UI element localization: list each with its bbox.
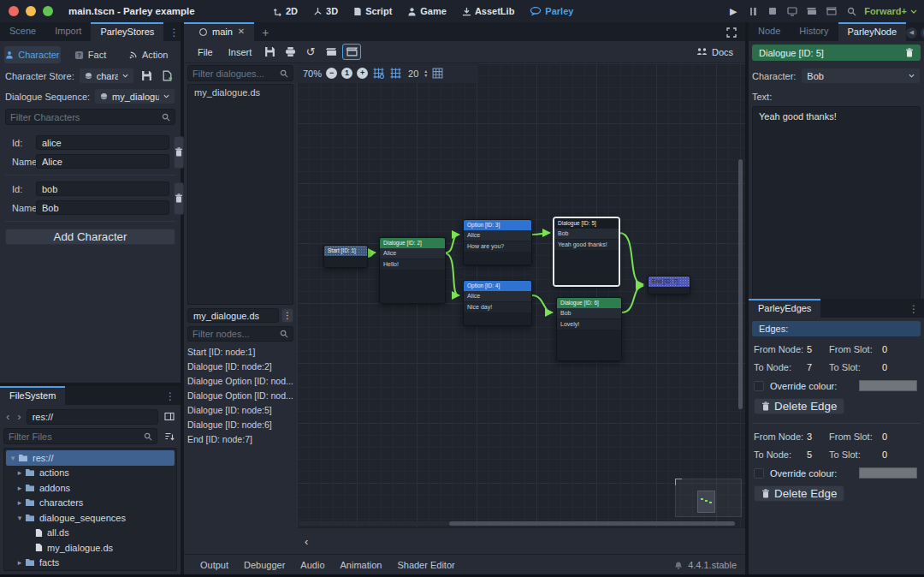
graph-edge[interactable] <box>446 235 459 253</box>
store-tab-character[interactable]: Character <box>4 46 61 63</box>
dialogue-graph-canvas[interactable]: 70% − 1 + 20 ▴▾ <box>297 63 745 527</box>
node-list-item[interactable]: Dialogue [ID: node:5] <box>187 403 293 418</box>
character-name-input[interactable] <box>36 200 169 215</box>
colour-swatch[interactable] <box>859 467 917 479</box>
filter-dialogues-input[interactable] <box>192 68 280 79</box>
back-icon[interactable]: ‹ <box>3 410 12 423</box>
movie-maker-icon[interactable] <box>805 4 819 18</box>
quick-open-icon[interactable] <box>844 4 858 18</box>
notification-bell-icon[interactable] <box>674 560 683 569</box>
tab-parleystores[interactable]: ParleyStores <box>91 22 163 41</box>
workspace-assetlib[interactable]: AssetLib <box>456 4 520 18</box>
collapse-sidebar-icon[interactable]: ‹ <box>297 535 316 548</box>
graph-edge[interactable] <box>622 286 643 312</box>
graph-minimap[interactable] <box>675 479 742 517</box>
new-tab-button[interactable]: + <box>254 26 276 41</box>
node-list-item[interactable]: Dialogue Option [ID: nod... <box>187 389 293 403</box>
remote-debug-icon[interactable] <box>785 4 799 18</box>
zoom-reset-button[interactable]: 1 <box>341 68 352 79</box>
node-list-item[interactable]: End [ID: node:7] <box>187 432 293 447</box>
graph-node-dialogue-6[interactable]: Dialogue [ID: 6] Bob Lovely! <box>556 297 622 361</box>
workspace-script[interactable]: Script <box>347 4 398 18</box>
tree-item-dialogue-sequences[interactable]: ▾ dialogue_sequences <box>4 510 176 526</box>
sequence-options-button[interactable]: ⋮ <box>281 308 293 323</box>
insert-menu[interactable]: Insert <box>222 47 259 57</box>
file-menu[interactable]: File <box>191 47 220 57</box>
dock-options-icon[interactable]: ⋮ <box>163 27 184 41</box>
tree-item-facts[interactable]: ▸ facts <box>4 556 176 571</box>
forward-icon[interactable]: › <box>15 410 23 423</box>
snap-toggle-icon[interactable] <box>372 67 385 80</box>
expand-arrow-icon[interactable]: ▸ <box>15 484 24 492</box>
tab-filesystem[interactable]: FileSystem <box>0 386 65 405</box>
movie-writer-icon[interactable] <box>825 4 838 18</box>
sequence-name-field[interactable] <box>187 308 279 323</box>
graph-node-dialogue-2[interactable]: Dialogue [ID: 2] Alice Hello! <box>379 237 446 304</box>
save-store-button[interactable] <box>139 68 155 84</box>
filter-files-input[interactable] <box>9 431 144 442</box>
delete-character-button[interactable] <box>174 136 184 169</box>
tree-item-all-ds[interactable]: all.ds <box>4 526 176 541</box>
tree-item-icon-svg[interactable]: icon.svg <box>4 570 176 571</box>
scene-tab-main[interactable]: main ✕ <box>184 22 254 41</box>
docs-button[interactable]: Docs <box>691 47 738 57</box>
graph-node-start[interactable]: Start [ID: 1] <box>323 245 368 268</box>
colour-swatch[interactable] <box>859 380 917 391</box>
tab-node[interactable]: Node <box>749 22 790 41</box>
delete-node-icon[interactable] <box>905 48 914 57</box>
dialogue-text-input[interactable]: Yeah good thanks! <box>752 106 921 302</box>
graph-edge[interactable] <box>619 233 643 284</box>
maximize-window-button[interactable] <box>43 6 53 16</box>
workspace-2d[interactable]: 2D <box>267 4 304 18</box>
expand-editor-icon[interactable] <box>726 27 745 41</box>
tab-parleyedges[interactable]: ParleyEdges <box>749 299 820 318</box>
new-store-button[interactable] <box>159 68 175 84</box>
workspace-parley[interactable]: Parley <box>524 4 579 18</box>
graph-node-option-3[interactable]: Option [ID: 3] Alice How are you? <box>463 219 532 265</box>
expand-arrow-icon[interactable]: ▸ <box>15 498 24 507</box>
minimize-window-button[interactable] <box>26 6 36 16</box>
store-tab-fact[interactable]: ? Fact <box>62 46 119 63</box>
node-list-item[interactable]: Start [ID: node:1] <box>187 345 293 360</box>
tree-item-addons[interactable]: ▸ addons <box>4 480 176 496</box>
node-list-item[interactable]: Dialogue Option [ID: nod... <box>187 374 293 389</box>
store-tab-action[interactable]: Action <box>120 46 176 63</box>
graph-horizontal-scrollbar-track[interactable] <box>299 521 735 526</box>
graph-edge[interactable] <box>532 295 552 312</box>
tree-item-res[interactable]: ▾ res:// <box>6 450 175 466</box>
dock-options-icon[interactable]: ⋮ <box>160 390 181 405</box>
delete-character-button[interactable] <box>174 182 184 215</box>
node-list-item[interactable]: Dialogue [ID: node:2] <box>187 360 293 374</box>
tab-history[interactable]: History <box>790 22 838 41</box>
graph-edge[interactable] <box>532 233 549 235</box>
stop-icon[interactable] <box>766 4 779 18</box>
close-window-button[interactable] <box>9 6 19 16</box>
collapse-arrow-icon[interactable]: ▾ <box>15 514 24 522</box>
override-colour-checkbox[interactable] <box>754 381 764 391</box>
tree-item-my-dialogue-ds[interactable]: my_dialogue.ds <box>4 540 176 556</box>
history-forward-icon[interactable]: ▶ <box>921 27 924 39</box>
graph-node-end[interactable]: End [ID: 7] <box>648 276 690 294</box>
bottom-tab-debugger[interactable]: Debugger <box>236 560 293 570</box>
test-dialogue-from-node-icon[interactable] <box>342 44 361 60</box>
split-dock-icon[interactable] <box>161 408 177 425</box>
override-colour-checkbox[interactable] <box>754 468 764 479</box>
graph-edge[interactable] <box>368 253 375 257</box>
tab-import[interactable]: Import <box>45 22 91 41</box>
graph-node-dialogue-5[interactable]: Dialogue [ID: 5] Bob Yeah good thanks! <box>554 217 619 286</box>
edges-section-header[interactable]: Edges: <box>752 321 921 336</box>
minimap-viewport[interactable] <box>697 491 715 513</box>
add-character-button[interactable]: Add Character <box>5 229 175 245</box>
bottom-tab-shader-editor[interactable]: Shader Editor <box>389 560 462 570</box>
undo-icon[interactable]: ↺ <box>301 44 320 60</box>
character-name-input[interactable] <box>36 154 169 169</box>
export-icon[interactable] <box>281 44 299 60</box>
grid-toggle-icon[interactable] <box>389 67 402 80</box>
snap-distance-stepper[interactable]: ▴▾ <box>424 69 427 78</box>
minimap-resize-handle[interactable] <box>675 479 682 485</box>
minimap-toggle-icon[interactable] <box>431 67 444 80</box>
graph-horizontal-scrollbar[interactable] <box>449 521 735 526</box>
zoom-out-button[interactable]: − <box>326 68 337 79</box>
test-dialogue-icon[interactable] <box>322 44 341 60</box>
graph-node-option-4[interactable]: Option [ID: 4] Alice Nice day! <box>463 280 532 326</box>
